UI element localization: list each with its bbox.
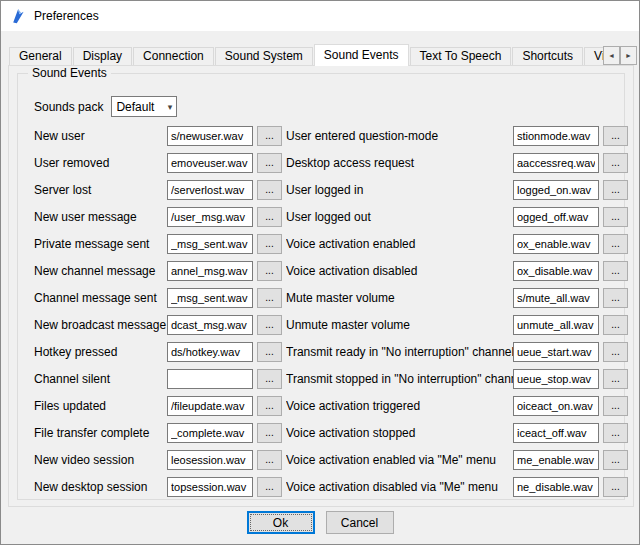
cancel-button[interactable]: Cancel [326,511,394,534]
sound-event-label: New broadcast message [34,318,167,332]
sounds-pack-label: Sounds pack [34,100,103,114]
browse-button[interactable]: ... [257,126,282,146]
sound-event-row: Voice activation enabled via "Me" menu .… [286,450,628,470]
browse-button[interactable]: ... [257,288,282,308]
browse-button[interactable]: ... [603,126,628,146]
sound-event-row: New broadcast message ... [34,315,282,335]
browse-button[interactable]: ... [257,261,282,281]
sound-file-input[interactable] [513,207,599,227]
tab[interactable]: Connection [133,47,214,66]
sound-event-label: Channel silent [34,372,167,386]
sound-event-row: Desktop access request ... [286,153,628,173]
sound-file-input[interactable] [167,207,253,227]
sound-file-input[interactable] [513,180,599,200]
browse-button[interactable]: ... [603,234,628,254]
sound-event-label: Desktop access request [286,156,513,170]
sound-event-label: Hotkey pressed [34,345,167,359]
sound-file-input[interactable] [167,180,253,200]
tab[interactable]: General [9,47,72,66]
sound-event-label: Voice activation enabled [286,237,513,251]
tab-scroll-left-button[interactable]: ◄ [603,46,620,65]
sound-file-input[interactable] [167,315,253,335]
browse-button[interactable]: ... [257,342,282,362]
browse-button[interactable]: ... [603,342,628,362]
sound-file-input[interactable] [167,153,253,173]
tab[interactable]: Sound System [215,47,313,66]
sound-file-input[interactable] [513,369,599,389]
sound-file-input[interactable] [167,261,253,281]
sound-file-input[interactable] [167,396,253,416]
sounds-pack-select[interactable]: Default ▾ [111,96,177,117]
browse-button[interactable]: ... [257,234,282,254]
sound-file-input[interactable] [167,126,253,146]
sound-event-row: Voice activation triggered ... [286,396,628,416]
sound-event-row: User removed ... [34,153,282,173]
sound-file-input[interactable] [513,261,599,281]
browse-button[interactable]: ... [257,315,282,335]
sounds-pack-row: Sounds pack Default ▾ [34,96,177,117]
sound-event-label: Voice activation disabled via "Me" menu [286,480,513,494]
sound-event-row: New channel message ... [34,261,282,281]
sound-file-input[interactable] [513,450,599,470]
group-title: Sound Events [28,66,111,80]
sound-event-label: User entered question-mode [286,129,513,143]
tab[interactable]: Sound Events [314,44,409,66]
ok-button[interactable]: Ok [247,511,315,534]
browse-button[interactable]: ... [603,288,628,308]
sound-event-row: Mute master volume ... [286,288,628,308]
sound-file-input[interactable] [513,315,599,335]
browse-button[interactable]: ... [603,261,628,281]
browse-button[interactable]: ... [257,423,282,443]
browse-button[interactable]: ... [603,180,628,200]
dialog-buttons: Ok Cancel [1,511,639,534]
browse-button[interactable]: ... [257,450,282,470]
tab[interactable]: Shortcuts [512,47,583,66]
browse-button[interactable]: ... [257,396,282,416]
browse-button[interactable]: ... [257,180,282,200]
browse-button[interactable]: ... [603,153,628,173]
sound-file-input[interactable] [513,288,599,308]
browse-button[interactable]: ... [603,450,628,470]
sound-file-input[interactable] [513,126,599,146]
titlebar: Preferences [1,1,639,31]
browse-button[interactable]: ... [603,477,628,497]
browse-button[interactable]: ... [603,396,628,416]
sound-file-input[interactable] [167,234,253,254]
sound-file-input[interactable] [513,477,599,497]
browse-button[interactable]: ... [257,207,282,227]
tab[interactable]: Display [73,47,132,66]
sound-file-input[interactable] [167,342,253,362]
sound-event-row: Voice activation disabled ... [286,261,628,281]
browse-button[interactable]: ... [603,423,628,443]
sound-file-input[interactable] [513,342,599,362]
browse-button[interactable]: ... [257,369,282,389]
sound-event-row: New video session ... [34,450,282,470]
browse-button[interactable]: ... [257,477,282,497]
sound-file-input[interactable] [513,396,599,416]
sound-file-input[interactable] [167,477,253,497]
sound-file-input[interactable] [513,234,599,254]
sound-event-label: User logged out [286,210,513,224]
sound-file-input[interactable] [167,450,253,470]
sound-event-label: Voice activation triggered [286,399,513,413]
sound-file-input[interactable] [513,423,599,443]
sound-event-row: Unmute master volume ... [286,315,628,335]
browse-button[interactable]: ... [603,315,628,335]
browse-button[interactable]: ... [257,153,282,173]
browse-button[interactable]: ... [603,207,628,227]
tab-scroll-right-button[interactable]: ► [620,46,637,65]
tab-label: Display [83,49,122,63]
sound-file-input[interactable] [167,288,253,308]
sound-file-input[interactable] [167,423,253,443]
tab[interactable]: Text To Speech [410,47,512,66]
sound-events-right-column: User entered question-mode ... Desktop a… [286,126,628,504]
sound-file-input[interactable] [167,369,253,389]
sounds-pack-value: Default [116,100,167,114]
sound-event-label: Voice activation disabled [286,264,513,278]
tab-label: Text To Speech [420,49,502,63]
tab-label: Shortcuts [522,49,573,63]
sound-file-input[interactable] [513,153,599,173]
browse-button[interactable]: ... [603,369,628,389]
sound-event-row: Server lost ... [34,180,282,200]
sound-event-label: File transfer complete [34,426,167,440]
